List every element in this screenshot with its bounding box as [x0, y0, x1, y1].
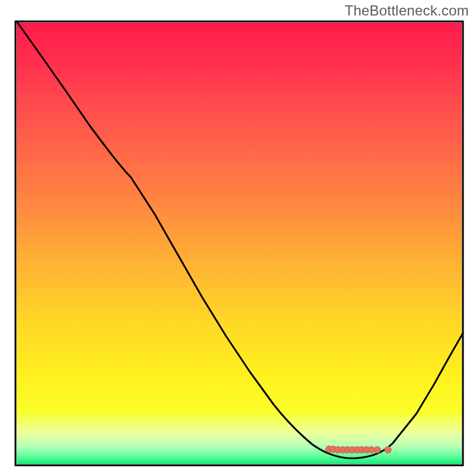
marker-dot: [374, 447, 381, 453]
marker-dot: [385, 447, 392, 453]
chart-container: { "watermark": "TheBottleneck.com", "col…: [0, 0, 476, 476]
gradient-background: [17, 23, 462, 464]
bottleneck-chart: [0, 0, 476, 476]
marker-dot: [368, 447, 375, 453]
